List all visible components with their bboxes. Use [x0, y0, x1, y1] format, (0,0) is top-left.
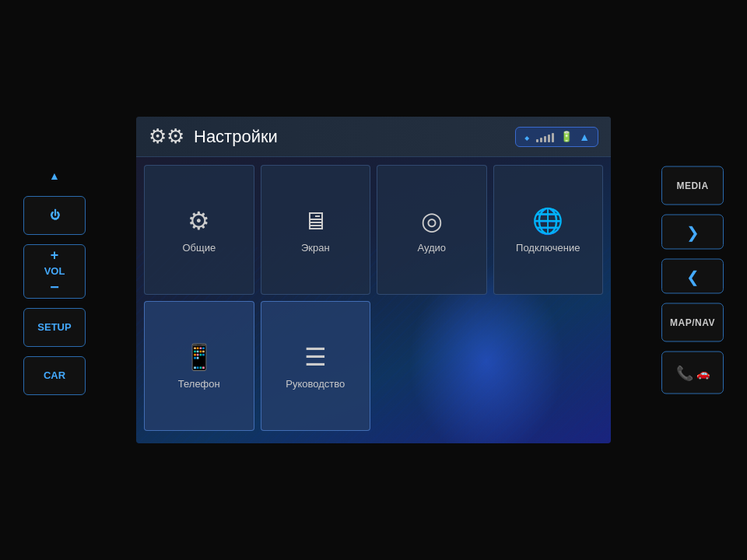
media-button[interactable]: MEDIA	[661, 166, 724, 205]
car-button[interactable]: CAR	[23, 356, 86, 395]
phone-car-icon: 🚗	[696, 366, 710, 379]
signal-bar-1	[536, 139, 538, 142]
connection-icon: 🌐	[532, 206, 563, 236]
arrow-left-button[interactable]: ❮	[661, 259, 724, 294]
manual-label: Руководство	[286, 378, 345, 390]
signal-bar-4	[548, 135, 550, 142]
phone-label: Телефон	[178, 378, 220, 390]
device: ▲ ⏻ + VOL − SETUP CAR ⚙⚙ Настройки ⬥	[0, 0, 747, 560]
grid-item-general[interactable]: ⚙ Общие	[144, 165, 254, 295]
screen-title: Настройки	[194, 127, 278, 147]
audio-label: Аудио	[417, 242, 446, 254]
manual-icon: ☰	[304, 342, 327, 372]
left-panel: ▲ ⏻ + VOL − SETUP CAR	[23, 165, 86, 395]
eject-button[interactable]: ▲	[39, 165, 70, 187]
signal-bars	[536, 131, 554, 142]
audio-icon: ◎	[421, 206, 443, 236]
phone-handset-icon: 📞	[676, 364, 693, 381]
grid-item-audio[interactable]: ◎ Аудио	[377, 165, 487, 295]
main-screen: ⚙⚙ Настройки ⬥ 🔋 ▲ ⚙ Общие	[136, 117, 611, 443]
grid-item-phone[interactable]: 📱 Телефон	[144, 301, 254, 431]
settings-header-icon: ⚙⚙	[149, 124, 184, 149]
header-left: ⚙⚙ Настройки	[149, 124, 278, 149]
grid-item-connection[interactable]: 🌐 Подключение	[493, 165, 604, 295]
power-button[interactable]: ⏻	[23, 196, 86, 235]
right-panel: MEDIA ❯ ❮ MAP/NAV 📞 🚗	[661, 166, 724, 394]
signal-bar-3	[544, 136, 546, 142]
vol-minus-icon: −	[50, 278, 59, 296]
grid-item-screen[interactable]: 🖥 Экран	[261, 165, 371, 295]
general-icon: ⚙	[188, 206, 210, 236]
bluetooth-icon: ⬥	[524, 131, 530, 143]
wifi-icon: ▲	[579, 131, 590, 143]
signal-bar-5	[552, 133, 554, 142]
screen-icon: 🖥	[303, 207, 328, 236]
battery-icon: 🔋	[560, 131, 573, 142]
vol-label: VOL	[44, 265, 65, 277]
empty-cell-2	[493, 301, 604, 431]
connection-label: Подключение	[516, 242, 580, 254]
grid-content: ⚙ Общие 🖥 Экран ◎ Аудио 🌐 Подключение 📱 …	[136, 157, 611, 439]
arrow-right-button[interactable]: ❯	[661, 215, 724, 250]
general-label: Общие	[182, 242, 216, 254]
vol-plus-icon: +	[51, 247, 59, 264]
mapnav-button[interactable]: MAP/NAV	[661, 303, 724, 342]
grid-item-manual[interactable]: ☰ Руководство	[261, 301, 371, 431]
screen-header: ⚙⚙ Настройки ⬥ 🔋 ▲	[136, 117, 611, 157]
empty-cell-1	[377, 301, 487, 431]
screen-label: Экран	[301, 242, 330, 254]
volume-control[interactable]: + VOL −	[23, 244, 86, 299]
setup-button[interactable]: SETUP	[23, 308, 86, 347]
signal-bar-2	[540, 138, 542, 142]
phone-call-button[interactable]: 📞 🚗	[661, 352, 724, 394]
status-bar: ⬥ 🔋 ▲	[515, 127, 598, 147]
phone-icon: 📱	[184, 342, 215, 372]
